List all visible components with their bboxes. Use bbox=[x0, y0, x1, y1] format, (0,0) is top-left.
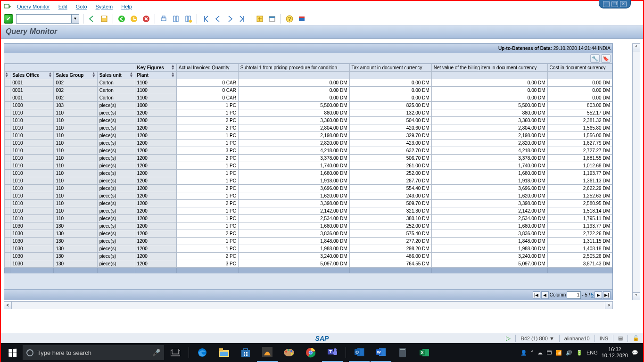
table-row[interactable]: 1010110piece(s)12001 PC2,820.00 DM423.00… bbox=[5, 140, 612, 147]
pager-total[interactable]: 5 bbox=[591, 292, 594, 297]
table-row[interactable]: 1000103piece(s)10001 PC5,500.00 DM825.00… bbox=[5, 102, 612, 109]
new-session-button[interactable] bbox=[255, 14, 264, 24]
menu-dropdown-icon[interactable] bbox=[4, 3, 11, 10]
menu-edit[interactable]: Edit bbox=[56, 3, 70, 10]
menu-query-monitor[interactable]: Query Monitor bbox=[14, 3, 53, 10]
tray-wifi-icon[interactable]: 📶 bbox=[555, 350, 562, 356]
app2-icon[interactable] bbox=[392, 343, 413, 362]
tray-chevron-icon[interactable]: ˄ bbox=[531, 350, 534, 356]
menu-system[interactable]: System bbox=[93, 3, 116, 10]
menu-help[interactable]: Help bbox=[118, 3, 135, 10]
settings-icon[interactable]: 🔧 bbox=[590, 54, 600, 63]
table-row[interactable]: 1030130piece(s)12001 PC1,988.00 DM298.20… bbox=[5, 245, 612, 253]
table-row[interactable]: 1010110piece(s)12001 PC2,534.00 DM380.10… bbox=[5, 215, 612, 222]
table-row[interactable]: 0001002Carton11000 CAR0.00 DM0.00 DM0.00… bbox=[5, 79, 612, 87]
col-key-figures[interactable]: Key Figures▲▼ bbox=[135, 64, 176, 72]
tray-volume-icon[interactable]: 🔊 bbox=[566, 350, 572, 356]
col-sales-office[interactable]: Sales Office▲▼ bbox=[10, 72, 54, 79]
data-grid[interactable]: Key Figures▲▼ Actual Invoiced Quantity S… bbox=[4, 64, 612, 289]
vscroll-up-icon[interactable]: ˄ bbox=[632, 43, 640, 51]
table-row[interactable]: 1010110piece(s)12002 PC3,360.00 DM504.00… bbox=[5, 117, 612, 124]
col-tax[interactable]: Tax amount in document currency bbox=[349, 64, 431, 72]
table-row[interactable]: 1030130piece(s)12001 PC1,680.00 DM252.00… bbox=[5, 222, 612, 230]
table-row[interactable]: 1030130piece(s)12003 PC5,097.00 DM764.55… bbox=[5, 260, 612, 268]
bookmark-icon[interactable]: 🔖 bbox=[601, 54, 611, 63]
prev-page-button[interactable] bbox=[213, 14, 223, 24]
mic-icon[interactable]: 🎤 bbox=[152, 349, 160, 356]
col-selector[interactable]: ▲▼ bbox=[5, 72, 10, 79]
vertical-scrollbar[interactable]: ˄ ˅ bbox=[632, 43, 640, 300]
horizontal-scrollbar[interactable]: < > bbox=[4, 301, 613, 309]
close-button[interactable]: ✕ bbox=[620, 1, 627, 7]
status-play-icon[interactable]: ▷ bbox=[506, 335, 511, 342]
table-row[interactable]: 0001002Carton11000 CAR0.00 DM0.00 DM0.00… bbox=[5, 87, 612, 94]
command-dropdown-icon[interactable]: ▼ bbox=[72, 14, 79, 24]
col-net-value[interactable]: Net value of the billing item in documen… bbox=[431, 64, 547, 72]
tray-notifications-icon[interactable]: 💬 bbox=[632, 350, 638, 356]
col-invoiced-qty[interactable]: Actual Invoiced Quantity bbox=[176, 64, 238, 72]
col-plant[interactable]: Plant▲▼ bbox=[135, 72, 176, 79]
table-row[interactable]: 1010110piece(s)12002 PC3,696.00 DM554.40… bbox=[5, 185, 612, 192]
minimize-button[interactable]: _ bbox=[603, 1, 610, 7]
table-row[interactable]: 1030130piece(s)12002 PC3,240.00 DM486.00… bbox=[5, 253, 612, 260]
table-row[interactable]: 1010110piece(s)12001 PC1,740.00 DM261.00… bbox=[5, 162, 612, 170]
tray-lang[interactable]: ENG bbox=[586, 350, 598, 355]
tray-battery-icon[interactable]: 🗔 bbox=[546, 350, 552, 355]
word-icon[interactable]: W bbox=[371, 343, 391, 362]
table-row[interactable]: 1010110piece(s)12001 PC1,918.00 DM287.70… bbox=[5, 177, 612, 185]
taskbar-search[interactable]: Type here to search 🎤 bbox=[23, 345, 164, 360]
table-row[interactable]: 1010110piece(s)12001 PC2,198.00 DM329.70… bbox=[5, 132, 612, 140]
pager-next-icon[interactable]: ▶ bbox=[594, 291, 602, 299]
command-field[interactable] bbox=[16, 14, 72, 24]
cancel-red-button[interactable] bbox=[141, 14, 151, 24]
col-subtotal1[interactable]: Subtotal 1 from pricing procedure for co… bbox=[238, 64, 349, 72]
status-lock-icon[interactable]: 🔓 bbox=[633, 335, 639, 341]
explorer-icon[interactable] bbox=[214, 343, 234, 362]
table-row[interactable]: 1010110piece(s)12003 PC4,218.00 DM632.70… bbox=[5, 147, 612, 155]
table-row[interactable]: 1010110piece(s)12002 PC3,378.00 DM506.70… bbox=[5, 155, 612, 162]
outlook-icon[interactable]: O bbox=[349, 343, 370, 362]
status-system[interactable]: B42 (1) 800 ▼ bbox=[520, 336, 554, 341]
tray-people-icon[interactable]: 👤 bbox=[520, 350, 527, 356]
store-icon[interactable] bbox=[235, 343, 256, 362]
save-button[interactable] bbox=[99, 14, 109, 24]
shortcut-button[interactable] bbox=[267, 14, 277, 24]
exit-yellow-button[interactable] bbox=[129, 14, 139, 24]
paint-icon[interactable] bbox=[279, 343, 299, 362]
table-row[interactable]: 1010110piece(s)12001 PC1,620.00 DM243.00… bbox=[5, 192, 612, 200]
menu-goto[interactable]: Goto bbox=[73, 3, 90, 10]
table-row[interactable]: 1010110piece(s)12002 PC2,804.00 DM420.60… bbox=[5, 124, 612, 132]
col-cost[interactable]: Cost in document currency bbox=[547, 64, 612, 72]
table-row[interactable]: 1030130piece(s)12001 PC1,848.00 DM277.20… bbox=[5, 238, 612, 245]
vscroll-down-icon[interactable]: ˅ bbox=[632, 292, 640, 300]
pager-column-input[interactable] bbox=[567, 291, 581, 299]
table-row[interactable]: 1010110piece(s)12001 PC2,142.00 DM321.30… bbox=[5, 207, 612, 215]
next-page-button[interactable] bbox=[225, 14, 235, 24]
table-row[interactable]: 0001002Carton11000 CAR0.00 DM0.00 DM0.00… bbox=[5, 94, 612, 102]
chrome-icon[interactable] bbox=[300, 343, 321, 362]
col-sales-unit[interactable]: Sales unit▲▼ bbox=[97, 72, 135, 79]
app1-icon[interactable] bbox=[257, 343, 278, 362]
edge-icon[interactable] bbox=[192, 343, 213, 362]
maximize-button[interactable]: ❐ bbox=[611, 1, 618, 7]
help-button[interactable]: ? bbox=[285, 14, 294, 24]
hscroll-left-icon[interactable]: < bbox=[4, 301, 12, 309]
find-button[interactable] bbox=[171, 14, 181, 24]
col-sales-group[interactable]: Sales Group▲▼ bbox=[54, 72, 97, 79]
table-row[interactable]: 1030130piece(s)12002 PC3,836.00 DM575.40… bbox=[5, 230, 612, 238]
back-button[interactable] bbox=[87, 14, 97, 24]
table-row[interactable]: 1010110piece(s)12001 PC880.00 DM132.00 D… bbox=[5, 109, 612, 117]
customize-button[interactable] bbox=[297, 14, 306, 24]
table-row[interactable]: 1010110piece(s)12001 PC1,680.00 DM252.00… bbox=[5, 170, 612, 177]
tray-cloud-icon[interactable]: ☁ bbox=[537, 350, 543, 356]
print-button[interactable] bbox=[159, 14, 168, 24]
hscroll-right-icon[interactable]: > bbox=[605, 301, 613, 309]
first-page-button[interactable] bbox=[201, 14, 210, 24]
back-green-button[interactable] bbox=[117, 14, 126, 24]
find-next-button[interactable] bbox=[183, 14, 193, 24]
start-button[interactable] bbox=[3, 345, 22, 360]
table-row[interactable]: 1010110piece(s)12002 PC3,398.00 DM509.70… bbox=[5, 200, 612, 207]
enter-button[interactable]: ✔ bbox=[4, 14, 13, 24]
excel-icon[interactable]: X bbox=[414, 343, 435, 362]
status-layout-icon[interactable]: ▤ bbox=[618, 335, 623, 341]
